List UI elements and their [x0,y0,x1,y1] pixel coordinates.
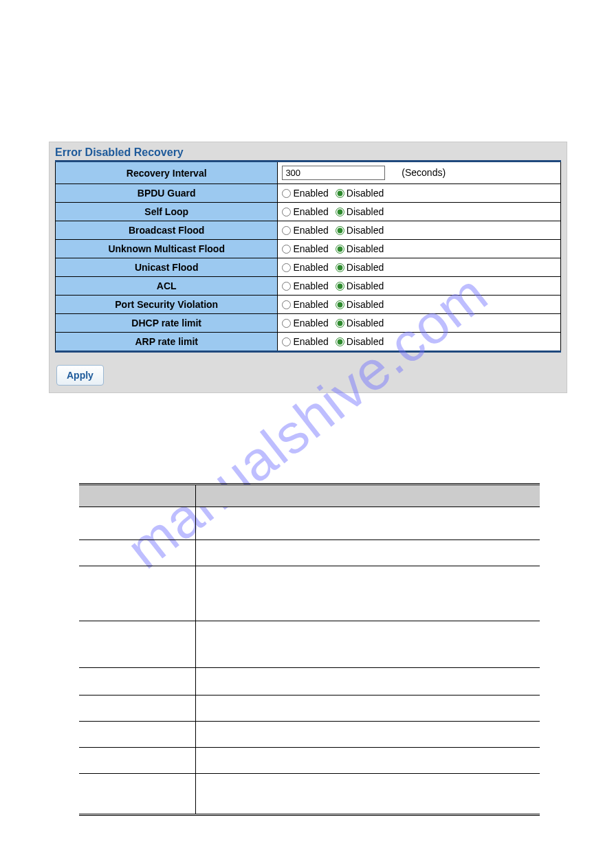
enabled-label: Enabled [293,243,328,254]
row-label: ARP rate limit [56,333,278,352]
disabled-label: Disabled [347,336,384,347]
enabled-radio[interactable] [282,337,291,346]
enabled-radio[interactable] [282,189,291,198]
disabled-label: Disabled [347,206,384,217]
disabled-radio[interactable] [336,245,344,254]
recovery-interval-row: Recovery Interval (Seconds) [56,162,561,184]
enabled-label: Enabled [293,225,328,236]
row-label: DHCP rate limit [56,314,278,333]
description-header [79,485,540,507]
config-row: BPDU Guard Enabled Disabled [56,184,561,203]
config-row: Broadcast Flood Enabled Disabled [56,221,561,240]
disabled-label: Disabled [347,188,384,199]
config-row: DHCP rate limit Enabled Disabled [56,314,561,333]
row-label: Port Security Violation [56,296,278,314]
disabled-radio[interactable] [336,189,344,198]
row-label: Self Loop [56,203,278,221]
disabled-label: Disabled [347,318,384,329]
enabled-label: Enabled [293,188,328,199]
disabled-label: Disabled [347,299,384,310]
config-row: ARP rate limit Enabled Disabled [56,333,561,352]
seconds-label: (Seconds) [402,167,446,178]
disabled-radio[interactable] [336,282,344,291]
error-disabled-recovery-panel: Error Disabled Recovery Recovery Interva… [49,142,567,393]
recovery-interval-label: Recovery Interval [56,162,278,184]
description-row [79,540,540,566]
enabled-radio[interactable] [282,208,291,216]
enabled-radio[interactable] [282,319,291,328]
disabled-radio[interactable] [336,300,344,309]
disabled-radio[interactable] [336,226,344,235]
config-table: Recovery Interval (Seconds) BPDU Guard E… [55,160,561,353]
panel-title: Error Disabled Recovery [50,142,567,160]
config-row: Unknown Multicast Flood Enabled Disabled [56,240,561,258]
description-row [79,621,540,668]
row-label: BPDU Guard [56,184,278,203]
row-label: ACL [56,277,278,296]
config-row: Self Loop Enabled Disabled [56,203,561,221]
description-table [79,483,540,816]
disabled-label: Disabled [347,243,384,254]
disabled-label: Disabled [347,225,384,236]
description-row [79,668,540,695]
description-row [79,722,540,748]
apply-button[interactable]: Apply [56,365,104,386]
description-row [79,748,540,774]
enabled-label: Enabled [293,262,328,273]
enabled-radio[interactable] [282,282,291,291]
row-label: Broadcast Flood [56,221,278,240]
config-row: ACL Enabled Disabled [56,277,561,296]
enabled-radio[interactable] [282,245,291,254]
disabled-label: Disabled [347,280,384,291]
enabled-label: Enabled [293,318,328,329]
enabled-label: Enabled [293,280,328,291]
description-row [79,774,540,814]
config-row: Port Security Violation Enabled Disabled [56,296,561,314]
disabled-label: Disabled [347,262,384,273]
disabled-radio[interactable] [336,319,344,328]
enabled-radio[interactable] [282,263,291,272]
row-label: Unknown Multicast Flood [56,240,278,258]
enabled-label: Enabled [293,336,328,347]
description-row [79,695,540,722]
enabled-radio[interactable] [282,300,291,309]
disabled-radio[interactable] [336,263,344,272]
disabled-radio[interactable] [336,337,344,346]
row-label: Unicast Flood [56,258,278,277]
config-row: Unicast Flood Enabled Disabled [56,258,561,277]
enabled-radio[interactable] [282,226,291,235]
description-row [79,566,540,621]
description-row [79,507,540,540]
enabled-label: Enabled [293,299,328,310]
recovery-interval-input[interactable] [282,166,385,180]
enabled-label: Enabled [293,206,328,217]
disabled-radio[interactable] [336,208,344,216]
